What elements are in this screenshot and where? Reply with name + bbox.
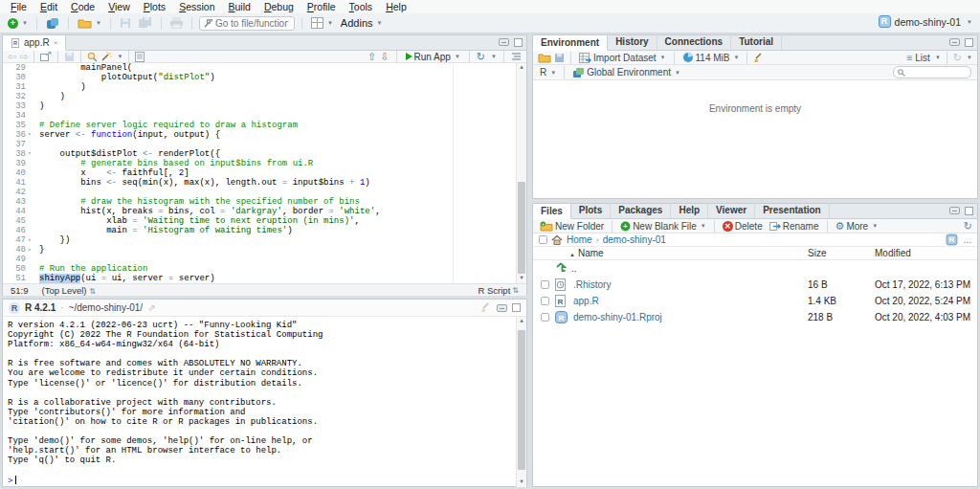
- fold-toggle-icon[interactable]: ▴: [28, 245, 39, 255]
- scroll-up-icon[interactable]: ▲: [517, 63, 526, 73]
- line-number[interactable]: 35: [3, 121, 28, 130]
- breadcrumb-ellipsis[interactable]: ...: [964, 234, 971, 245]
- open-file-button[interactable]: ▼: [76, 16, 103, 30]
- environment-tab-tutorial[interactable]: Tutorial: [731, 34, 782, 50]
- line-number[interactable]: 34: [3, 111, 28, 121]
- line-number[interactable]: 41: [3, 178, 28, 188]
- files-tab-viewer[interactable]: Viewer: [708, 203, 755, 218]
- import-dataset-button[interactable]: Import Dataset ▼: [577, 52, 668, 64]
- scope-selector[interactable]: (Top Level) ⇅: [42, 285, 96, 296]
- line-number[interactable]: 36: [3, 130, 28, 140]
- fold-toggle-icon[interactable]: ▾: [28, 149, 39, 159]
- scroll-down-icon[interactable]: ▼: [517, 478, 526, 487]
- clear-objects-broom-icon[interactable]: [753, 53, 765, 63]
- environment-tab-history[interactable]: History: [608, 34, 657, 50]
- new-project-button[interactable]: [44, 16, 61, 31]
- home-icon[interactable]: [551, 234, 563, 245]
- line-number[interactable]: 42: [3, 188, 28, 197]
- rproj-icon[interactable]: R: [946, 234, 957, 246]
- select-all-checkbox[interactable]: [539, 235, 547, 244]
- line-number[interactable]: 33: [3, 101, 28, 111]
- files-tab-packages[interactable]: Packages: [611, 203, 671, 218]
- menu-session[interactable]: Session: [172, 0, 221, 13]
- column-name[interactable]: ▲Name: [569, 248, 604, 258]
- save-all-button[interactable]: [137, 16, 154, 30]
- menu-debug[interactable]: Debug: [257, 0, 301, 13]
- delete-button[interactable]: ✕ Delete: [721, 220, 765, 233]
- save-button[interactable]: [118, 16, 133, 30]
- console-scrollbar[interactable]: ▲ ▼: [516, 317, 526, 487]
- search-icon[interactable]: [87, 52, 98, 62]
- line-number[interactable]: 45: [3, 216, 28, 226]
- open-directory-icon[interactable]: ⇗: [147, 302, 155, 313]
- maximize-icon[interactable]: [512, 303, 521, 312]
- prev-chunk-icon[interactable]: ⇧: [368, 52, 376, 62]
- clear-console-broom-icon[interactable]: [480, 302, 492, 313]
- tab-app-r[interactable]: R app.R ×: [3, 35, 66, 51]
- new-folder-button[interactable]: + New Folder: [538, 220, 606, 233]
- files-tab-presentation[interactable]: Presentation: [755, 203, 830, 218]
- save-icon[interactable]: [64, 52, 75, 62]
- minimize-icon[interactable]: [497, 304, 507, 312]
- line-number[interactable]: 39: [3, 159, 28, 168]
- scroll-down-icon[interactable]: ▼: [517, 274, 526, 283]
- save-workspace-icon[interactable]: [554, 53, 565, 63]
- line-number[interactable]: 49: [3, 255, 28, 264]
- language-selector[interactable]: R ▼: [538, 66, 558, 78]
- files-tab-files[interactable]: Files: [533, 204, 571, 219]
- fold-toggle-icon[interactable]: ▴: [28, 235, 39, 245]
- next-chunk-icon[interactable]: ⇩: [380, 52, 389, 62]
- refresh-icon[interactable]: ↻: [953, 53, 962, 63]
- goto-file-box[interactable]: [199, 16, 295, 31]
- rename-button[interactable]: Rename: [768, 220, 821, 233]
- line-number[interactable]: 32: [3, 92, 28, 101]
- new-blank-file-button[interactable]: + New Blank File ▼: [618, 220, 708, 233]
- menu-view[interactable]: View: [101, 0, 137, 13]
- menu-tools[interactable]: Tools: [343, 0, 380, 13]
- code-tools-wand-icon[interactable]: [100, 52, 112, 62]
- scrollbar-thumb[interactable]: [518, 330, 525, 470]
- menu-code[interactable]: Code: [64, 0, 101, 13]
- menu-profile[interactable]: Profile: [301, 0, 343, 13]
- line-number[interactable]: 38: [3, 149, 28, 159]
- menu-build[interactable]: Build: [222, 0, 257, 13]
- project-menu-button[interactable]: R demo-shiny-01 ▼: [879, 15, 972, 28]
- line-number[interactable]: 40: [3, 168, 28, 178]
- file-type-selector[interactable]: R Script ⇅: [479, 285, 520, 296]
- compile-report-icon[interactable]: [135, 52, 145, 62]
- menu-help[interactable]: Help: [379, 0, 413, 13]
- breadcrumb-home[interactable]: Home: [567, 234, 592, 245]
- environment-scope-selector[interactable]: Global Environment ▼: [570, 66, 682, 79]
- line-number[interactable]: 48: [3, 245, 28, 255]
- goto-file-input[interactable]: [215, 18, 288, 29]
- line-number[interactable]: 44: [3, 207, 28, 216]
- menu-edit[interactable]: Edit: [33, 0, 64, 13]
- load-workspace-folder-icon[interactable]: [538, 53, 551, 63]
- file-link[interactable]: ..: [571, 263, 577, 274]
- menu-file[interactable]: File: [4, 0, 33, 13]
- more-button[interactable]: ⚙ More ▼: [834, 219, 880, 233]
- line-number[interactable]: 47: [3, 235, 28, 245]
- environment-tab-environment[interactable]: Environment: [533, 35, 608, 51]
- console-output[interactable]: R version 4.2.1 (2022-06-23 ucrt) -- "Fu…: [3, 317, 526, 487]
- minimize-icon[interactable]: [949, 38, 960, 46]
- file-checkbox[interactable]: [541, 313, 549, 322]
- maximize-icon[interactable]: [965, 38, 973, 47]
- environment-tab-connections[interactable]: Connections: [657, 34, 732, 50]
- files-tab-help[interactable]: Help: [671, 203, 708, 218]
- file-link[interactable]: app.R: [573, 296, 599, 306]
- editor-scrollbar[interactable]: ▲ ▼: [516, 63, 526, 283]
- line-number[interactable]: 30: [3, 73, 28, 82]
- column-modified[interactable]: Modified: [875, 248, 911, 258]
- line-number[interactable]: 37: [3, 140, 28, 149]
- menu-plots[interactable]: Plots: [137, 0, 172, 13]
- breadcrumb-project[interactable]: demo-shiny-01: [603, 234, 666, 245]
- minimize-icon[interactable]: [499, 38, 509, 46]
- run-app-button[interactable]: Run App ▼: [404, 51, 462, 63]
- environment-search-input[interactable]: [908, 68, 966, 78]
- popout-icon[interactable]: [40, 52, 52, 61]
- line-number[interactable]: 46: [3, 226, 28, 235]
- back-icon[interactable]: ⇦: [8, 52, 16, 62]
- maximize-icon[interactable]: [965, 207, 973, 215]
- minimize-icon[interactable]: [949, 207, 960, 214]
